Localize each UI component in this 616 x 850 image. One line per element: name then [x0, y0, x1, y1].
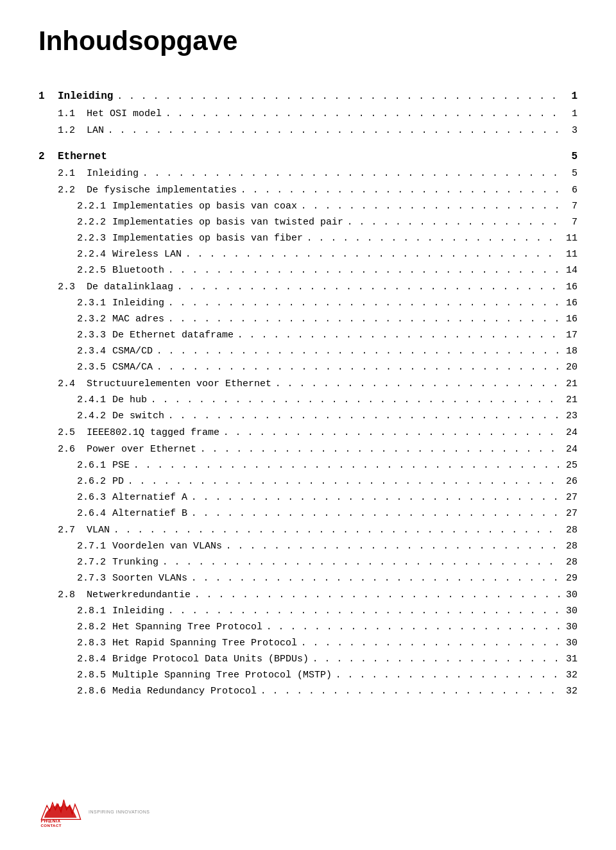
toc-entry: 2Ethernet5 — [38, 149, 578, 166]
svg-text:PHŒNIX: PHŒNIX — [41, 819, 61, 823]
toc-title: De fysische implementaties — [87, 183, 237, 198]
toc-entry: 2.6.2PD. . . . . . . . . . . . . . . . .… — [38, 474, 578, 489]
toc-entry: 2.8Netwerkredundantie. . . . . . . . . .… — [38, 588, 578, 603]
toc-title: Voordelen van VLANs — [112, 539, 222, 554]
toc-title: Media Redundancy Protocol — [112, 684, 257, 699]
toc-page: 18 — [561, 344, 578, 359]
toc-number: 2.3.2 — [77, 312, 112, 327]
toc-number: 2.8.1 — [77, 604, 112, 619]
toc-page: 23 — [561, 409, 578, 424]
toc-entry: 2.6.1PSE. . . . . . . . . . . . . . . . … — [38, 458, 578, 473]
toc-title: Bridge Protocol Data Units (BPDUs) — [112, 652, 309, 667]
toc-title: De Ethernet dataframe — [112, 328, 234, 343]
toc-dots: . . . . . . . . . . . . . . . . . . . . … — [297, 199, 561, 213]
toc-title: Inleiding — [112, 296, 164, 311]
toc-number: 1.2 — [58, 123, 87, 139]
toc-title: Het Spanning Tree Protocol — [112, 620, 262, 635]
logo-area: PHŒNIX CONTACT INSPIRING INNOVATIONS — [38, 792, 150, 831]
toc-entry: 2.3.2MAC adres. . . . . . . . . . . . . … — [38, 312, 578, 327]
toc-page: 16 — [561, 312, 578, 327]
toc-entry: 1.1Het OSI model. . . . . . . . . . . . … — [38, 106, 578, 122]
toc-number: 2.3.4 — [77, 344, 112, 359]
toc-page: 5 — [561, 149, 578, 166]
toc-title: CSMA/CA — [112, 360, 153, 375]
toc-entry: 1.2LAN. . . . . . . . . . . . . . . . . … — [38, 123, 578, 139]
toc-number: 2.8 — [58, 588, 87, 603]
toc-number: 2.3.3 — [77, 328, 112, 343]
toc-dots: . . . . . . . . . . . . . . . . . . . . … — [164, 296, 561, 310]
toc-page: 14 — [561, 263, 578, 278]
toc-number: 2.4 — [58, 377, 87, 392]
toc-title: Inleiding — [87, 166, 139, 182]
toc-number: 2.7.2 — [77, 555, 112, 570]
toc-page: 21 — [561, 377, 578, 392]
toc-dots: . . . . . . . . . . . . . . . . . . . . … — [219, 425, 561, 439]
toc-number: 2.1 — [58, 166, 87, 182]
toc-dots: . . . . . . . . . . . . . . . . . . . . … — [164, 263, 561, 277]
toc-entry: 2.3.3De Ethernet dataframe. . . . . . . … — [38, 328, 578, 343]
toc-page: 27 — [561, 506, 578, 522]
toc-page: 30 — [561, 620, 578, 635]
toc-title: Trunking — [112, 555, 158, 570]
toc-page: 1 — [561, 106, 578, 122]
toc-number: 2.8.5 — [77, 668, 112, 683]
toc-number: 2.5 — [58, 425, 87, 441]
toc-entry: 2.4.1De hub. . . . . . . . . . . . . . .… — [38, 393, 578, 408]
toc-number: 2.7.1 — [77, 539, 112, 554]
toc-number: 2.2.1 — [77, 199, 112, 214]
toc-entry: 2.2De fysische implementaties. . . . . .… — [38, 183, 578, 198]
toc-number: 2.2.4 — [77, 247, 112, 262]
toc-number: 2.8.3 — [77, 636, 112, 651]
toc-title: Het OSI model — [87, 106, 162, 122]
toc-dots: . . . . . . . . . . . . . . . . . . . . … — [332, 668, 561, 682]
toc-page: 25 — [561, 458, 578, 473]
toc-title: CSMA/CD — [112, 344, 153, 359]
toc-entry: 2.8.6Media Redundancy Protocol. . . . . … — [38, 684, 578, 699]
toc-number: 2.8.6 — [77, 684, 112, 699]
toc-title: PSE — [112, 458, 130, 473]
toc-title: LAN — [87, 123, 104, 139]
toc-dots: . . . . . . . . . . . . . . . . . . . . … — [309, 652, 561, 666]
toc-entry: 2.6Power over Ethernet. . . . . . . . . … — [38, 442, 578, 457]
toc-dots: . . . . . . . . . . . . . . . . . . . . … — [124, 474, 561, 488]
toc-title: Bluetooth — [112, 263, 164, 278]
toc-dots: . . . . . . . . . . . . . . . . . . . . … — [173, 280, 561, 294]
toc-entry: 2.4.2De switch. . . . . . . . . . . . . … — [38, 409, 578, 424]
toc-number: 2.6 — [58, 442, 87, 457]
toc-title: Wireless LAN — [112, 247, 182, 262]
toc-entry: 1Inleiding. . . . . . . . . . . . . . . … — [38, 89, 578, 105]
toc-title: Implementaties op basis van fiber — [112, 231, 303, 246]
toc-entry: 2.7.2Trunking. . . . . . . . . . . . . .… — [38, 555, 578, 570]
toc-page: 11 — [561, 247, 578, 262]
toc-dots: . . . . . . . . . . . . . . . . . . . . … — [187, 571, 561, 585]
toc-entry: 2.7VLAN. . . . . . . . . . . . . . . . .… — [38, 523, 578, 538]
toc-dots: . . . . . . . . . . . . . . . . . . . . … — [187, 506, 561, 520]
toc-title: IEEE802.1Q tagged frame — [87, 425, 219, 441]
toc-title: Multiple Spanning Tree Protocol (MSTP) — [112, 668, 332, 683]
toc-title: Ethernet — [58, 149, 107, 166]
toc-entry: 2.8.1Inleiding. . . . . . . . . . . . . … — [38, 604, 578, 619]
toc-dots: . . . . . . . . . . . . . . . . . . . . … — [262, 620, 561, 634]
toc-entry: 2.5IEEE802.1Q tagged frame. . . . . . . … — [38, 425, 578, 441]
table-of-contents: 1Inleiding. . . . . . . . . . . . . . . … — [38, 89, 578, 699]
toc-dots: . . . . . . . . . . . . . . . . . . . . … — [139, 166, 561, 180]
toc-number: 2.4.1 — [77, 393, 112, 408]
toc-page: 16 — [561, 280, 578, 295]
toc-page: 7 — [561, 199, 578, 214]
toc-page: 24 — [561, 425, 578, 441]
toc-entry: 2.7.3Soorten VLANs. . . . . . . . . . . … — [38, 571, 578, 586]
toc-number: 2.2 — [58, 183, 87, 198]
toc-page: 26 — [561, 474, 578, 489]
toc-title: Inleiding — [58, 89, 113, 105]
toc-entry: 2.3.5CSMA/CA. . . . . . . . . . . . . . … — [38, 360, 578, 375]
toc-dots: . . . . . . . . . . . . . . . . . . . . … — [104, 123, 561, 137]
toc-entry: 2.6.4Alternatief B. . . . . . . . . . . … — [38, 506, 578, 522]
toc-entry: 2.8.4Bridge Protocol Data Units (BPDUs).… — [38, 652, 578, 667]
page-title: Inhoudsopgave — [38, 26, 578, 56]
toc-title: De switch — [112, 409, 164, 424]
toc-title: Alternatief A — [112, 490, 187, 506]
toc-number: 2.2.2 — [77, 215, 112, 230]
toc-page: 28 — [561, 539, 578, 554]
toc-dots: . . . . . . . . . . . . . . . . . . . . … — [196, 442, 561, 456]
toc-entry: 2.2.5Bluetooth. . . . . . . . . . . . . … — [38, 263, 578, 278]
